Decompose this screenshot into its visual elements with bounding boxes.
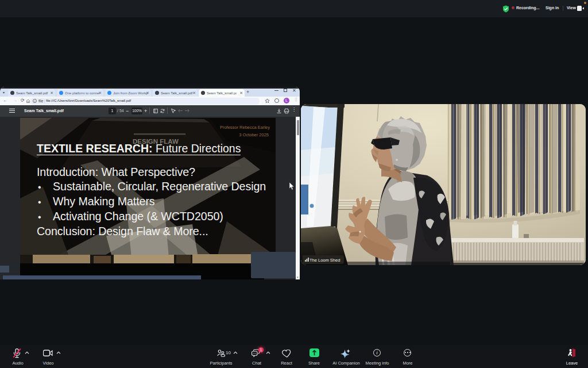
svg-text:The Loom Shed: The Loom Shed — [310, 258, 340, 263]
